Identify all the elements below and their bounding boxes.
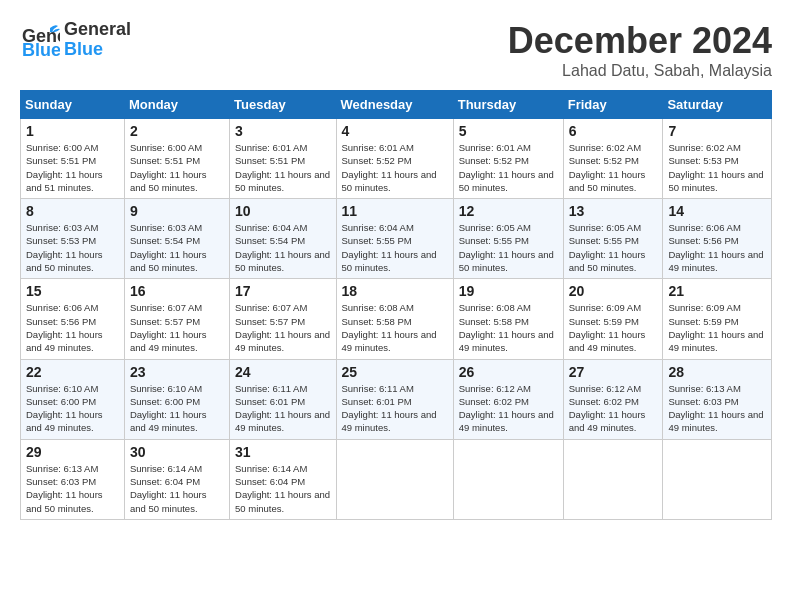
day-number: 10 bbox=[235, 203, 330, 219]
calendar-header-row: SundayMondayTuesdayWednesdayThursdayFrid… bbox=[21, 91, 772, 119]
day-number: 2 bbox=[130, 123, 224, 139]
header-day-friday: Friday bbox=[563, 91, 663, 119]
calendar-cell: 16 Sunrise: 6:07 AM Sunset: 5:57 PM Dayl… bbox=[124, 279, 229, 359]
calendar-week-row: 8 Sunrise: 6:03 AM Sunset: 5:53 PM Dayli… bbox=[21, 199, 772, 279]
day-number: 18 bbox=[342, 283, 448, 299]
day-number: 30 bbox=[130, 444, 224, 460]
calendar-cell: 13 Sunrise: 6:05 AM Sunset: 5:55 PM Dayl… bbox=[563, 199, 663, 279]
day-number: 9 bbox=[130, 203, 224, 219]
calendar-cell: 24 Sunrise: 6:11 AM Sunset: 6:01 PM Dayl… bbox=[230, 359, 336, 439]
day-info: Sunrise: 6:09 AM Sunset: 5:59 PM Dayligh… bbox=[668, 301, 766, 354]
day-number: 28 bbox=[668, 364, 766, 380]
day-info: Sunrise: 6:11 AM Sunset: 6:01 PM Dayligh… bbox=[342, 382, 448, 435]
day-number: 5 bbox=[459, 123, 558, 139]
day-number: 19 bbox=[459, 283, 558, 299]
month-title: December 2024 bbox=[508, 20, 772, 62]
day-number: 31 bbox=[235, 444, 330, 460]
day-info: Sunrise: 6:10 AM Sunset: 6:00 PM Dayligh… bbox=[130, 382, 224, 435]
calendar-cell bbox=[563, 439, 663, 519]
day-info: Sunrise: 6:03 AM Sunset: 5:53 PM Dayligh… bbox=[26, 221, 119, 274]
calendar-cell: 17 Sunrise: 6:07 AM Sunset: 5:57 PM Dayl… bbox=[230, 279, 336, 359]
calendar-cell: 30 Sunrise: 6:14 AM Sunset: 6:04 PM Dayl… bbox=[124, 439, 229, 519]
calendar-week-row: 22 Sunrise: 6:10 AM Sunset: 6:00 PM Dayl… bbox=[21, 359, 772, 439]
day-info: Sunrise: 6:00 AM Sunset: 5:51 PM Dayligh… bbox=[130, 141, 224, 194]
day-number: 17 bbox=[235, 283, 330, 299]
calendar-cell: 28 Sunrise: 6:13 AM Sunset: 6:03 PM Dayl… bbox=[663, 359, 772, 439]
title-section: December 2024 Lahad Datu, Sabah, Malaysi… bbox=[508, 20, 772, 80]
day-number: 7 bbox=[668, 123, 766, 139]
day-number: 8 bbox=[26, 203, 119, 219]
calendar-table: SundayMondayTuesdayWednesdayThursdayFrid… bbox=[20, 90, 772, 520]
day-number: 6 bbox=[569, 123, 658, 139]
calendar-week-row: 15 Sunrise: 6:06 AM Sunset: 5:56 PM Dayl… bbox=[21, 279, 772, 359]
calendar-cell bbox=[336, 439, 453, 519]
day-number: 22 bbox=[26, 364, 119, 380]
calendar-week-row: 1 Sunrise: 6:00 AM Sunset: 5:51 PM Dayli… bbox=[21, 119, 772, 199]
day-info: Sunrise: 6:08 AM Sunset: 5:58 PM Dayligh… bbox=[459, 301, 558, 354]
calendar-cell: 31 Sunrise: 6:14 AM Sunset: 6:04 PM Dayl… bbox=[230, 439, 336, 519]
day-info: Sunrise: 6:02 AM Sunset: 5:52 PM Dayligh… bbox=[569, 141, 658, 194]
day-info: Sunrise: 6:01 AM Sunset: 5:52 PM Dayligh… bbox=[342, 141, 448, 194]
header-day-monday: Monday bbox=[124, 91, 229, 119]
day-info: Sunrise: 6:03 AM Sunset: 5:54 PM Dayligh… bbox=[130, 221, 224, 274]
calendar-cell: 4 Sunrise: 6:01 AM Sunset: 5:52 PM Dayli… bbox=[336, 119, 453, 199]
calendar-cell: 21 Sunrise: 6:09 AM Sunset: 5:59 PM Dayl… bbox=[663, 279, 772, 359]
svg-text:Blue: Blue bbox=[22, 40, 60, 60]
day-info: Sunrise: 6:14 AM Sunset: 6:04 PM Dayligh… bbox=[130, 462, 224, 515]
calendar-cell: 8 Sunrise: 6:03 AM Sunset: 5:53 PM Dayli… bbox=[21, 199, 125, 279]
day-info: Sunrise: 6:09 AM Sunset: 5:59 PM Dayligh… bbox=[569, 301, 658, 354]
calendar-cell: 14 Sunrise: 6:06 AM Sunset: 5:56 PM Dayl… bbox=[663, 199, 772, 279]
calendar-cell: 23 Sunrise: 6:10 AM Sunset: 6:00 PM Dayl… bbox=[124, 359, 229, 439]
calendar-cell: 6 Sunrise: 6:02 AM Sunset: 5:52 PM Dayli… bbox=[563, 119, 663, 199]
day-info: Sunrise: 6:04 AM Sunset: 5:54 PM Dayligh… bbox=[235, 221, 330, 274]
header: General Blue General Blue December 2024 … bbox=[20, 20, 772, 80]
day-info: Sunrise: 6:04 AM Sunset: 5:55 PM Dayligh… bbox=[342, 221, 448, 274]
logo: General Blue General Blue bbox=[20, 20, 131, 60]
day-info: Sunrise: 6:07 AM Sunset: 5:57 PM Dayligh… bbox=[130, 301, 224, 354]
header-day-sunday: Sunday bbox=[21, 91, 125, 119]
calendar-cell: 26 Sunrise: 6:12 AM Sunset: 6:02 PM Dayl… bbox=[453, 359, 563, 439]
header-day-saturday: Saturday bbox=[663, 91, 772, 119]
calendar-cell: 25 Sunrise: 6:11 AM Sunset: 6:01 PM Dayl… bbox=[336, 359, 453, 439]
day-info: Sunrise: 6:06 AM Sunset: 5:56 PM Dayligh… bbox=[26, 301, 119, 354]
calendar-cell: 18 Sunrise: 6:08 AM Sunset: 5:58 PM Dayl… bbox=[336, 279, 453, 359]
day-number: 15 bbox=[26, 283, 119, 299]
day-number: 26 bbox=[459, 364, 558, 380]
calendar-cell: 9 Sunrise: 6:03 AM Sunset: 5:54 PM Dayli… bbox=[124, 199, 229, 279]
calendar-cell: 29 Sunrise: 6:13 AM Sunset: 6:03 PM Dayl… bbox=[21, 439, 125, 519]
day-info: Sunrise: 6:01 AM Sunset: 5:52 PM Dayligh… bbox=[459, 141, 558, 194]
day-info: Sunrise: 6:14 AM Sunset: 6:04 PM Dayligh… bbox=[235, 462, 330, 515]
day-number: 12 bbox=[459, 203, 558, 219]
calendar-cell bbox=[453, 439, 563, 519]
day-number: 11 bbox=[342, 203, 448, 219]
logo-blue-text: Blue bbox=[64, 40, 131, 60]
day-info: Sunrise: 6:07 AM Sunset: 5:57 PM Dayligh… bbox=[235, 301, 330, 354]
day-info: Sunrise: 6:12 AM Sunset: 6:02 PM Dayligh… bbox=[459, 382, 558, 435]
calendar-week-row: 29 Sunrise: 6:13 AM Sunset: 6:03 PM Dayl… bbox=[21, 439, 772, 519]
day-info: Sunrise: 6:13 AM Sunset: 6:03 PM Dayligh… bbox=[668, 382, 766, 435]
calendar-cell: 10 Sunrise: 6:04 AM Sunset: 5:54 PM Dayl… bbox=[230, 199, 336, 279]
day-number: 3 bbox=[235, 123, 330, 139]
day-info: Sunrise: 6:12 AM Sunset: 6:02 PM Dayligh… bbox=[569, 382, 658, 435]
day-info: Sunrise: 6:05 AM Sunset: 5:55 PM Dayligh… bbox=[569, 221, 658, 274]
day-info: Sunrise: 6:13 AM Sunset: 6:03 PM Dayligh… bbox=[26, 462, 119, 515]
calendar-cell: 5 Sunrise: 6:01 AM Sunset: 5:52 PM Dayli… bbox=[453, 119, 563, 199]
day-number: 25 bbox=[342, 364, 448, 380]
calendar-cell: 11 Sunrise: 6:04 AM Sunset: 5:55 PM Dayl… bbox=[336, 199, 453, 279]
header-day-wednesday: Wednesday bbox=[336, 91, 453, 119]
calendar-cell: 12 Sunrise: 6:05 AM Sunset: 5:55 PM Dayl… bbox=[453, 199, 563, 279]
day-info: Sunrise: 6:10 AM Sunset: 6:00 PM Dayligh… bbox=[26, 382, 119, 435]
day-info: Sunrise: 6:05 AM Sunset: 5:55 PM Dayligh… bbox=[459, 221, 558, 274]
day-number: 20 bbox=[569, 283, 658, 299]
calendar-cell bbox=[663, 439, 772, 519]
day-number: 29 bbox=[26, 444, 119, 460]
calendar-cell: 20 Sunrise: 6:09 AM Sunset: 5:59 PM Dayl… bbox=[563, 279, 663, 359]
calendar-cell: 19 Sunrise: 6:08 AM Sunset: 5:58 PM Dayl… bbox=[453, 279, 563, 359]
calendar-cell: 27 Sunrise: 6:12 AM Sunset: 6:02 PM Dayl… bbox=[563, 359, 663, 439]
day-info: Sunrise: 6:00 AM Sunset: 5:51 PM Dayligh… bbox=[26, 141, 119, 194]
day-number: 1 bbox=[26, 123, 119, 139]
day-info: Sunrise: 6:01 AM Sunset: 5:51 PM Dayligh… bbox=[235, 141, 330, 194]
calendar-cell: 7 Sunrise: 6:02 AM Sunset: 5:53 PM Dayli… bbox=[663, 119, 772, 199]
day-number: 13 bbox=[569, 203, 658, 219]
location-title: Lahad Datu, Sabah, Malaysia bbox=[508, 62, 772, 80]
